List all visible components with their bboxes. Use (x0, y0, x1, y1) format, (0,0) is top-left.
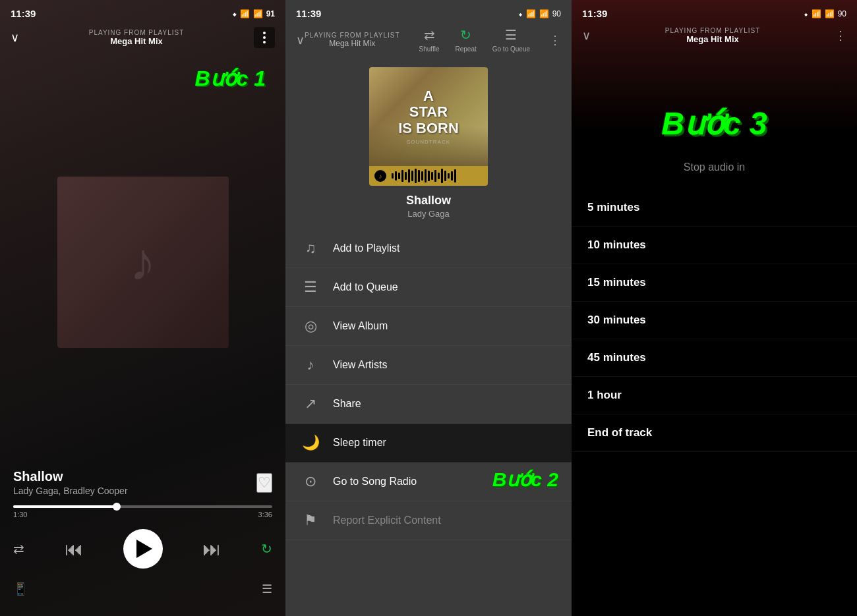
p3-playlist-name: Mega Hit Mix (665, 34, 761, 44)
repeat-button[interactable]: ↻ (261, 541, 272, 557)
menu-label-sleep-timer: Sleep timer (333, 437, 386, 449)
top-bar-2: ∨ PLAYING FROM PLAYLIST Mega Hit Mix ⇄ S… (285, 24, 572, 61)
battery-icon-3: 90 (838, 9, 846, 18)
shuffle-action[interactable]: ⇄ Shuffle (419, 27, 440, 53)
timer-option-6[interactable]: End of track (572, 414, 857, 452)
menu-item-share[interactable]: ↗Share (285, 385, 572, 424)
top-bar-3: ∨ PLAYING FROM PLAYLIST Mega Hit Mix ⋮ (572, 24, 857, 52)
wave-bar-6 (408, 169, 410, 182)
wave-bar-8 (415, 169, 417, 183)
stop-audio-label: Stop audio in (572, 161, 857, 173)
wave-bar-14 (434, 170, 436, 182)
wave-bar-19 (451, 171, 453, 181)
queue-action[interactable]: ☰ Go to Queue (492, 27, 530, 53)
wave-bar-11 (425, 169, 427, 182)
menu-icon-go-to-song-radio: ⊙ (301, 473, 320, 490)
more-options-button-2[interactable]: ⋮ (549, 33, 561, 47)
album-art: ♪ (57, 177, 229, 348)
progress-thumb[interactable] (113, 503, 121, 511)
step-label-3: Bước 3 (572, 105, 857, 142)
repeat-action-label: Repeat (456, 45, 477, 53)
wifi-icon-2: 📶 (539, 9, 549, 18)
wave-bar-7 (411, 171, 413, 181)
menu-label-report: Report Explicit Content (333, 515, 441, 526)
favorite-button[interactable]: ♡ (256, 473, 272, 493)
wave-bar-1 (392, 173, 394, 179)
next-button[interactable]: ⏭ (202, 538, 221, 560)
shuffle-action-label: Shuffle (419, 45, 440, 53)
wave-bar-15 (438, 173, 440, 179)
more-options-button[interactable] (254, 27, 275, 48)
progress-bar-container[interactable]: 1:30 3:36 (13, 505, 272, 518)
progress-track[interactable] (13, 505, 272, 508)
timer-option-4[interactable]: 45 minutes (572, 339, 857, 377)
wave-bar-4 (401, 170, 403, 182)
album-art-area: ♪ (0, 55, 285, 469)
menu-icon-add-to-queue: ☰ (301, 279, 320, 296)
repeat-action[interactable]: ↻ Repeat (456, 27, 477, 53)
bluetooth-icon-2: ⬥ (518, 9, 523, 18)
wave-bar-2 (395, 171, 397, 181)
queue-icon[interactable]: ☰ (262, 582, 272, 596)
track-details: Shallow Lady Gaga, Bradley Cooper (13, 469, 128, 496)
menu-item-add-to-queue[interactable]: ☰Add to Queue (285, 268, 572, 307)
menu-item-view-artists[interactable]: ♪View Artists (285, 346, 572, 385)
p2-top-actions: ⇄ Shuffle ↻ Repeat ☰ Go to Queue (400, 27, 549, 53)
p2-track-name: Shallow (406, 194, 451, 208)
menu-icon-share: ↗ (301, 395, 320, 412)
context-menu: ♫Add to Playlist☰Add to Queue◎View Album… (285, 229, 572, 616)
timer-option-2[interactable]: 15 minutes (572, 264, 857, 302)
chevron-down-icon-2[interactable]: ∨ (296, 33, 305, 47)
wave-bar-3 (398, 173, 400, 179)
menu-item-report[interactable]: ⚑Report Explicit Content (285, 501, 572, 540)
timer-options-list: 5 minutes10 minutes15 minutes30 minutes4… (572, 189, 857, 616)
chevron-down-icon[interactable]: ∨ (11, 30, 19, 45)
progress-fill (13, 505, 117, 508)
p2-playing-info: PLAYING FROM PLAYLIST Mega Hit Mix (305, 32, 400, 48)
album-art-placeholder: ♪ (130, 232, 156, 293)
timer-option-0[interactable]: 5 minutes (572, 189, 857, 227)
wave-bar-18 (448, 173, 450, 179)
chevron-down-icon-3[interactable]: ∨ (582, 28, 591, 43)
menu-item-view-album[interactable]: ◎View Album (285, 307, 572, 346)
current-time: 1:30 (13, 511, 27, 518)
wave-bar-20 (454, 169, 456, 182)
p2-playing-from-label: PLAYING FROM PLAYLIST (305, 32, 400, 39)
menu-item-add-to-playlist[interactable]: ♫Add to Playlist (285, 229, 572, 268)
menu-label-add-to-playlist: Add to Playlist (333, 242, 399, 254)
more-options-button-3[interactable]: ⋮ (835, 28, 846, 43)
status-time-1: 11:39 (11, 8, 36, 19)
playing-from-label: PLAYING FROM PLAYLIST (89, 29, 185, 36)
total-time: 3:36 (258, 511, 272, 518)
queue-action-icon: ☰ (505, 27, 517, 43)
timer-option-1[interactable]: 10 minutes (572, 227, 857, 264)
timer-option-3[interactable]: 30 minutes (572, 302, 857, 339)
track-title: Shallow (13, 469, 128, 484)
step-label-2: Bước 2 (492, 468, 558, 491)
status-bar-2: 11:39 ⬥ 📶 📶 90 (285, 0, 572, 24)
battery-icon-2: 90 (552, 9, 561, 18)
track-artist: Lady Gaga, Bradley Cooper (13, 486, 128, 496)
wave-bar-12 (428, 171, 430, 181)
menu-item-sleep-timer[interactable]: 🌙Sleep timer (285, 424, 572, 462)
wifi-icon-3: 📶 (825, 9, 835, 18)
repeat-action-icon: ↻ (460, 27, 471, 43)
wave-bar-10 (421, 171, 423, 181)
shuffle-button[interactable]: ⇄ (13, 541, 24, 557)
menu-icon-add-to-playlist: ♫ (301, 240, 320, 257)
previous-button[interactable]: ⏮ (65, 538, 83, 560)
play-pause-button[interactable] (123, 529, 163, 569)
menu-icon-sleep-timer: 🌙 (301, 434, 320, 451)
p3-playing-info: PLAYING FROM PLAYLIST Mega Hit Mix (665, 27, 761, 44)
devices-icon[interactable]: 📱 (13, 582, 28, 596)
bluetooth-icon-3: ⬥ (804, 9, 808, 18)
dot2 (263, 36, 266, 39)
timer-option-5[interactable]: 1 hour (572, 377, 857, 414)
menu-label-share: Share (333, 398, 361, 410)
menu-label-go-to-song-radio: Go to Song Radio (333, 476, 417, 488)
top-bar-center: PLAYING FROM PLAYLIST Mega Hit Mix (89, 29, 185, 46)
album-section: ASTARIS BORN SOUNDTRACK ♪ (285, 61, 572, 229)
wave-bar-16 (441, 169, 443, 183)
p3-playing-from-label: PLAYING FROM PLAYLIST (665, 27, 761, 34)
status-icons-3: ⬥ 📶 📶 90 (804, 9, 846, 18)
